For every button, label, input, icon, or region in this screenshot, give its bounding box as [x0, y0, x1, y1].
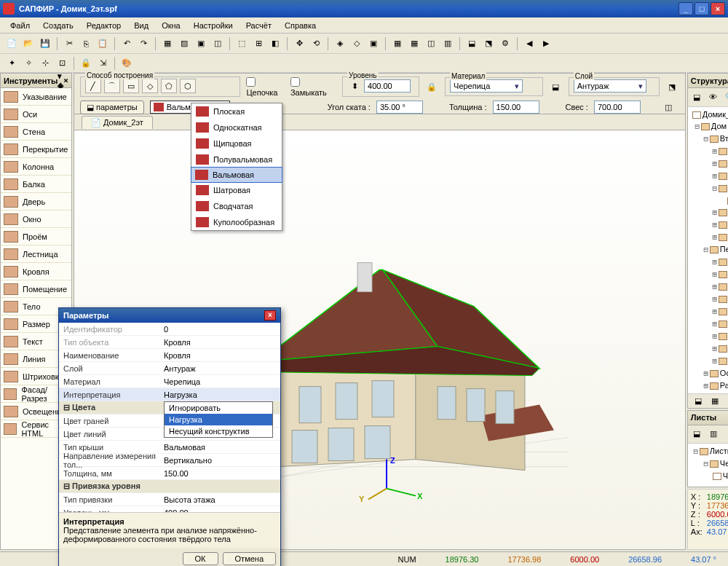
tool-item[interactable]: Колонна: [1, 158, 71, 176]
dialog-close-icon[interactable]: ×: [264, 310, 276, 321]
snap-icon[interactable]: ✦: [4, 56, 19, 71]
open-icon[interactable]: 📂: [21, 36, 36, 51]
menu-view[interactable]: Вид: [128, 20, 154, 31]
tree-node[interactable]: ⊞Окно: [689, 219, 728, 231]
menu-editor[interactable]: Редактор: [81, 20, 127, 31]
move-icon[interactable]: ✥: [292, 36, 306, 51]
redo-icon[interactable]: ↷: [136, 36, 151, 51]
shape-poly2-icon[interactable]: ⬠: [161, 79, 177, 93]
slope-input[interactable]: [376, 101, 423, 114]
roof-dd-item[interactable]: Сводчатая: [191, 198, 282, 214]
thick-input[interactable]: [493, 101, 539, 114]
lock-icon[interactable]: 🔒: [79, 56, 93, 71]
tree-tool-icon[interactable]: 🔍: [723, 90, 728, 105]
chain-check[interactable]: Цепочка: [246, 77, 287, 97]
sheet-tool-icon[interactable]: ⬓: [689, 427, 704, 441]
cut-icon[interactable]: ✂: [62, 36, 76, 51]
snap-icon[interactable]: ⊹: [38, 56, 52, 71]
tool-item[interactable]: Окно: [1, 211, 71, 228]
nav-icon[interactable]: ◀: [522, 36, 537, 51]
layer-pick-icon[interactable]: ⬔: [665, 79, 679, 94]
interp-option[interactable]: Несущий конструктив: [165, 425, 272, 437]
view-icon[interactable]: ▦: [407, 36, 422, 51]
menu-file[interactable]: Файл: [4, 20, 36, 31]
roof-dd-item[interactable]: Вальмовая: [191, 167, 282, 183]
interp-option[interactable]: Нагрузка: [165, 414, 272, 425]
shape-poly-icon[interactable]: ◇: [142, 79, 158, 93]
ok-button[interactable]: ОК: [183, 552, 218, 565]
tree-node[interactable]: ⊞Окно: [689, 342, 728, 355]
minimize-button[interactable]: _: [678, 2, 693, 15]
over-input[interactable]: [594, 101, 641, 114]
rotate-icon[interactable]: ⟲: [309, 36, 323, 51]
tree-node[interactable]: ⊞Перекрытие: [689, 268, 728, 280]
tool-item[interactable]: Проём: [1, 228, 71, 245]
tool-item[interactable]: Оси: [1, 106, 71, 123]
menu-calc[interactable]: Расчёт: [240, 20, 277, 31]
roof-dd-item[interactable]: Шатровая: [191, 182, 282, 198]
menu-help[interactable]: Справка: [279, 20, 322, 31]
param-row[interactable]: МатериалЧерепица: [59, 375, 280, 388]
menu-create[interactable]: Создать: [37, 20, 79, 31]
opt-icon[interactable]: ◫: [661, 100, 676, 114]
param-row[interactable]: Уровень, мм400.00: [59, 506, 280, 512]
layer-icon[interactable]: ⬔: [481, 36, 496, 51]
gear-icon[interactable]: ⚙: [498, 36, 513, 51]
tree-node[interactable]: ⊟Чертежи: [689, 457, 728, 470]
tool-icon[interactable]: ◈: [333, 36, 347, 51]
tree-root[interactable]: Домик_2эт.spf: [689, 109, 728, 120]
tool-icon[interactable]: ⊞: [251, 36, 266, 51]
roof-dd-item[interactable]: Плоская: [191, 103, 282, 119]
roof-dd-item[interactable]: Односкатная: [191, 119, 282, 135]
panel-close-icon[interactable]: ×: [63, 76, 68, 85]
tool-item[interactable]: Стена: [1, 123, 71, 141]
undo-icon[interactable]: ↶: [119, 36, 134, 51]
material-pick-icon[interactable]: ⬓: [549, 79, 563, 94]
tree-node[interactable]: ⊞Лестница: [689, 305, 728, 318]
tree-node[interactable]: ⊟Первый этаж (13): [689, 243, 728, 256]
view-icon[interactable]: ◫: [424, 36, 438, 51]
tool-item[interactable]: Лестница: [1, 245, 71, 263]
tool-icon[interactable]: ▣: [366, 36, 381, 51]
tree-node[interactable]: ⊟Дом 143 (3): [689, 120, 728, 133]
tree-node[interactable]: ⊟Листы: [689, 445, 728, 457]
tool-icon[interactable]: ◫: [210, 36, 225, 51]
tool-item[interactable]: Дверь: [1, 193, 71, 211]
tree-node[interactable]: ⊟Второй этаж (69): [689, 133, 728, 145]
tree-leaf[interactable]: Чертёж 001: [689, 470, 728, 482]
roof-dd-item[interactable]: Полувальмовая: [191, 152, 282, 168]
tool-icon[interactable]: ⇲: [95, 56, 110, 71]
tree-node[interactable]: ⊞Помещение: [689, 318, 728, 330]
param-row[interactable]: Идентификатор0: [59, 323, 280, 336]
tree-node[interactable]: ⊞Проём: [689, 330, 728, 342]
tool-icon[interactable]: ⬚: [234, 36, 249, 51]
palette-icon[interactable]: 🎨: [119, 56, 134, 71]
params-button[interactable]: ⬓ параметры: [80, 101, 144, 114]
close-check[interactable]: Замыкать: [290, 77, 336, 97]
tree-node[interactable]: ⊞Помещение: [689, 206, 728, 219]
view-icon[interactable]: ▦: [708, 393, 722, 408]
maximize-button[interactable]: □: [695, 2, 709, 15]
tree-node[interactable]: ⊞Перекрытие: [689, 157, 728, 170]
tree-node[interactable]: ⊞Стена: [689, 145, 728, 157]
view-icon[interactable]: ▥: [440, 36, 455, 51]
shape-free-icon[interactable]: ⬡: [180, 79, 196, 93]
param-row[interactable]: Тип привязкиВысота этажа: [59, 493, 280, 506]
tool-icon[interactable]: ▦: [160, 36, 175, 51]
paste-icon[interactable]: 📋: [95, 36, 110, 51]
tree-node[interactable]: ⊞Разрез/Фасад: [689, 380, 728, 392]
view-icon[interactable]: ▦: [390, 36, 405, 51]
param-row[interactable]: ИнтерпретацияНагрузка: [59, 388, 280, 401]
copy-icon[interactable]: ⎘: [79, 36, 93, 51]
tool-icon[interactable]: ◇: [349, 36, 364, 51]
param-row[interactable]: Толщина, мм150.00: [59, 467, 280, 480]
layer-icon[interactable]: ⬓: [464, 36, 479, 51]
snap-icon[interactable]: ✧: [21, 56, 36, 71]
tree-node[interactable]: ⊞Дверь: [689, 231, 728, 243]
lock-icon[interactable]: 🔒: [425, 79, 439, 94]
menu-windows[interactable]: Окна: [156, 20, 186, 31]
roof-dd-item[interactable]: Щипцовая: [191, 135, 282, 152]
tool-icon[interactable]: ◧: [268, 36, 282, 51]
tool-item[interactable]: Балка: [1, 176, 71, 193]
interp-option[interactable]: Игнорировать: [165, 402, 272, 414]
